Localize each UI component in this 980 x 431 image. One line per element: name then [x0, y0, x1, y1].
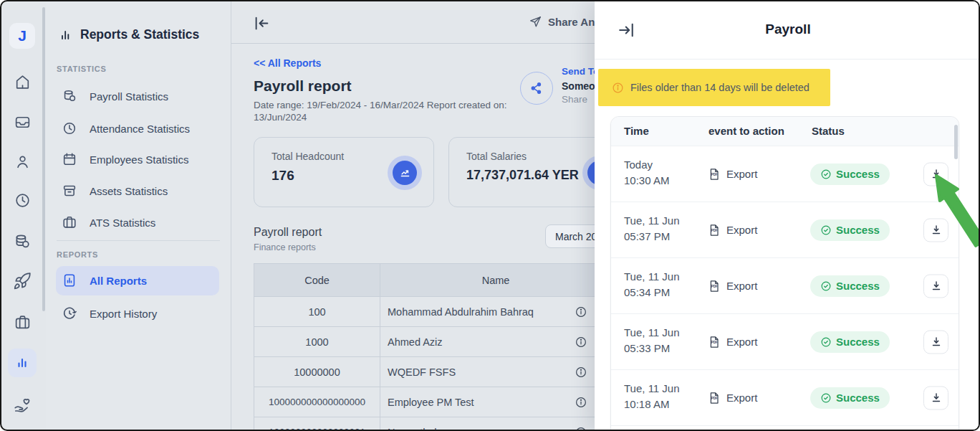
row-date: Tue, 11 Jun [624, 213, 680, 229]
topbar-divider [231, 43, 595, 44]
sidebar-scrollbar[interactable] [42, 7, 45, 311]
sidebar-item-export-history[interactable]: Export History [62, 303, 157, 324]
app-window: J [0, 0, 980, 431]
table-row: 100 Mohammad Abdulrahim Bahraq [254, 296, 611, 326]
sidebar-item-all-reports[interactable]: All Reports [62, 270, 147, 291]
sidebar-item-ats-statistics[interactable]: ATS Statistics [62, 212, 155, 233]
inbox-icon[interactable] [13, 113, 32, 131]
sidebar-item-assets-statistics[interactable]: Assets Statistics [62, 180, 168, 202]
report-created-date: 13/Jun/2024 [254, 112, 307, 123]
bar-chart-icon [59, 28, 73, 42]
page-title: Payroll report [254, 77, 352, 95]
report-document-icon [62, 273, 77, 288]
person-icon[interactable] [13, 152, 32, 171]
history-clock-icon [62, 306, 77, 321]
status-badge: Success [810, 331, 890, 353]
collapse-sidebar-icon[interactable] [252, 14, 272, 33]
bar-chart-icon[interactable] [8, 349, 37, 377]
info-icon[interactable] [575, 396, 587, 409]
rocket-icon[interactable] [13, 272, 32, 290]
status-badge: Success [810, 275, 890, 297]
sidebar-item-label: Assets Statistics [90, 185, 168, 197]
row-date: Tue, 11 Jun [624, 325, 680, 341]
sidebar-item-employees-statistics[interactable]: Employees Statistics [62, 148, 188, 170]
clock-icon[interactable] [13, 191, 32, 209]
section-label-reports: REPORTS [57, 250, 98, 259]
coins-icon [62, 88, 77, 104]
status-badge: Success [810, 387, 890, 409]
calendar-icon [62, 151, 77, 167]
retention-warning-banner: Files older than 14 days will be deleted [598, 69, 830, 106]
pdf-file-icon: PDF [707, 335, 721, 349]
export-history-table: Time event to action Status Today10:30 A… [610, 116, 959, 431]
info-icon[interactable] [575, 306, 587, 318]
column-header-code: Code [254, 264, 380, 296]
sidebar-item-payroll-statistics[interactable]: Payroll Statistics [62, 85, 168, 107]
home-icon[interactable] [13, 72, 32, 91]
svg-text:PDF: PDF [711, 173, 718, 176]
cell-code: 1000 [254, 327, 380, 356]
table-row: 10000000 WQEDF FSFS [254, 356, 611, 387]
table-row: 1000 Ahmed Aziz [254, 326, 611, 356]
row-date: Tue, 11 Jun [624, 269, 680, 285]
hand-heart-icon[interactable] [13, 395, 32, 414]
card-value: 176 [272, 168, 294, 184]
share-report-button[interactable] [520, 72, 553, 105]
row-time: 05:33 PM [624, 341, 680, 356]
report-section-subtitle: Finance reports [254, 242, 316, 252]
info-icon[interactable] [575, 426, 587, 431]
row-action-label: Export [726, 392, 757, 404]
coins-icon[interactable] [13, 232, 32, 251]
section-label-statistics: STATISTICS [57, 65, 107, 73]
status-label: Success [836, 224, 880, 236]
briefcase-icon[interactable] [13, 313, 32, 331]
card-icon-halo [388, 156, 422, 190]
clock-icon [62, 120, 77, 136]
check-circle-icon [820, 224, 832, 236]
download-button[interactable] [923, 386, 948, 409]
status-label: Success [836, 336, 880, 348]
info-icon[interactable] [575, 336, 587, 349]
sidebar-item-attendance-statistics[interactable]: Attendance Statistics [62, 118, 190, 139]
table-row: 100000000000000000 Employee PM Test [254, 387, 611, 417]
info-icon[interactable] [575, 366, 587, 379]
history-header-row: Time event to action Status [611, 117, 959, 146]
row-action-label: Export [726, 336, 757, 348]
card-value: 17,737,071.64 YER [466, 168, 579, 183]
download-button[interactable] [923, 330, 948, 354]
back-to-all-reports-link[interactable]: << All Reports [254, 57, 321, 69]
row-time: 05:37 PM [624, 229, 680, 245]
total-headcount-card: Total Headcount 176 [254, 137, 434, 207]
status-label: Success [836, 392, 880, 404]
icon-rail: J [1, 1, 43, 430]
status-badge: Success [810, 219, 890, 241]
report-date-range: Date range: 19/Feb/2024 - 16/Mar/2024 Re… [254, 100, 506, 110]
pdf-file-icon: PDF [707, 167, 721, 181]
status-label: Success [836, 280, 880, 292]
history-row: Tue, 11 Jun10:18 AM PDF Export Success [611, 370, 959, 426]
column-header-name: Name [380, 275, 611, 286]
download-button[interactable] [923, 274, 948, 298]
check-circle-icon [820, 336, 832, 348]
history-row: Tue, 11 Jun05:37 PM PDF Export Success [611, 202, 959, 258]
column-header-time: Time [624, 125, 649, 137]
sidebar-item-label: Payroll Statistics [90, 90, 168, 103]
row-action: PDF Export [707, 314, 757, 369]
pdf-file-icon: PDF [707, 279, 721, 293]
assets-box-icon [62, 183, 77, 199]
row-action: PDF Export [707, 258, 757, 313]
row-time: 10:30 AM [624, 173, 669, 189]
history-row: Today10:30 AM PDF Export Success [611, 146, 959, 202]
sidebar-item-label: Employees Statistics [90, 153, 188, 166]
panel-header-divider [595, 59, 980, 60]
svg-text:PDF: PDF [711, 229, 718, 232]
sidebar: Reports & Statistics STATISTICS Payroll … [46, 1, 231, 430]
row-action: PDF Export [707, 146, 757, 202]
trend-chart-icon [393, 161, 417, 185]
row-time: 10:18 AM [624, 397, 680, 412]
history-row: Tue, 11 Jun05:33 PM PDF Export Success [611, 314, 959, 370]
app-logo[interactable]: J [9, 23, 35, 49]
payroll-report-table: Code Name 100 Mohammad Abdulrahim Bahraq… [254, 263, 612, 431]
row-action-label: Export [726, 280, 757, 292]
cell-code: 100 [254, 297, 380, 326]
